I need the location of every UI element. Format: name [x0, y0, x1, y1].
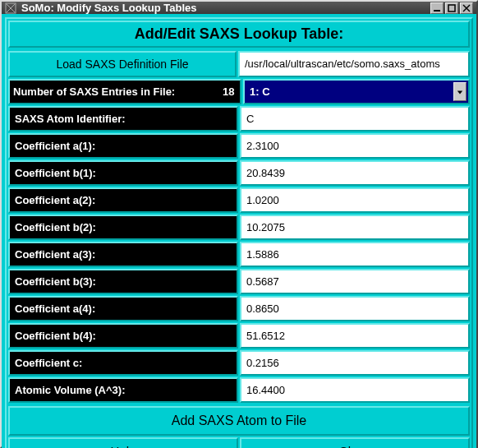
window-controls [430, 2, 473, 14]
window-title: SoMo: Modify Saxs Lookup Tables [21, 2, 430, 14]
field-row: Coefficient b(1):20.8439 [8, 160, 470, 186]
field-label: Coefficient a(2): [8, 187, 238, 213]
field-label: Coefficient b(2): [8, 215, 238, 240]
titlebar: SoMo: Modify Saxs Lookup Tables [2, 2, 476, 14]
field-row: Coefficient a(4):0.8650 [8, 296, 470, 321]
close-window-button[interactable] [460, 2, 473, 14]
close-button[interactable]: Close [240, 437, 470, 448]
add-atom-button[interactable]: Add SAXS Atom to File [8, 406, 470, 436]
field-label: Coefficient b(1): [8, 160, 238, 186]
field-row: Coefficient a(1):2.3100 [8, 133, 470, 159]
field-input[interactable]: 20.8439 [240, 160, 470, 186]
field-input[interactable]: 1.5886 [240, 242, 470, 267]
dropdown-selected: 1: C [250, 85, 270, 98]
file-path-input[interactable]: /usr/local/ultrascan/etc/somo.saxs_atoms [238, 51, 470, 77]
field-input[interactable]: 16.4400 [240, 377, 470, 403]
field-input[interactable]: C [240, 106, 470, 132]
field-row: Coefficient c:0.2156 [8, 350, 470, 376]
field-row: Coefficient b(2):10.2075 [8, 215, 470, 240]
svg-marker-7 [457, 90, 462, 94]
app-window: SoMo: Modify Saxs Lookup Tables Add/Edit… [0, 0, 478, 448]
minimize-button[interactable] [430, 2, 444, 14]
num-entries-label: Number of SAXS Entries in File: [10, 81, 219, 103]
help-button[interactable]: Help [8, 437, 238, 448]
field-label: Coefficient b(3): [8, 269, 238, 294]
field-input[interactable]: 0.8650 [240, 296, 470, 321]
svg-rect-4 [448, 5, 455, 12]
field-input[interactable]: 0.2156 [240, 350, 470, 376]
field-input[interactable]: 51.6512 [240, 323, 470, 349]
entry-dropdown[interactable]: 1: C [243, 79, 470, 104]
field-row: Coefficient b(4):51.6512 [8, 323, 470, 349]
field-label: Atomic Volume (A^3): [8, 377, 238, 403]
field-row: Atomic Volume (A^3):16.4400 [8, 377, 470, 403]
field-input[interactable]: 1.0200 [240, 187, 470, 213]
field-label: SAXS Atom Identifier: [8, 106, 238, 132]
panel-header: Add/Edit SAXS Lookup Table: [8, 21, 470, 48]
app-icon [5, 2, 16, 14]
field-row: Coefficient a(3):1.5886 [8, 242, 470, 267]
field-input[interactable]: 2.3100 [240, 133, 470, 159]
field-label: Coefficient a(1): [8, 133, 238, 159]
field-row: Coefficient b(3):0.5687 [8, 269, 470, 294]
field-label: Coefficient c: [8, 350, 238, 376]
chevron-down-icon [453, 82, 467, 101]
field-label: Coefficient a(3): [8, 242, 238, 267]
field-label: Coefficient b(4): [8, 323, 238, 349]
field-input[interactable]: 0.5687 [240, 269, 470, 294]
maximize-button[interactable] [445, 2, 458, 14]
field-input[interactable]: 10.2075 [240, 215, 470, 240]
field-label: Coefficient a(4): [8, 296, 238, 321]
load-file-button[interactable]: Load SAXS Definition File [8, 51, 237, 77]
num-entries-value: 18 [219, 81, 240, 103]
field-row: Coefficient a(2):1.0200 [8, 187, 470, 213]
field-row: SAXS Atom Identifier:C [8, 106, 470, 132]
